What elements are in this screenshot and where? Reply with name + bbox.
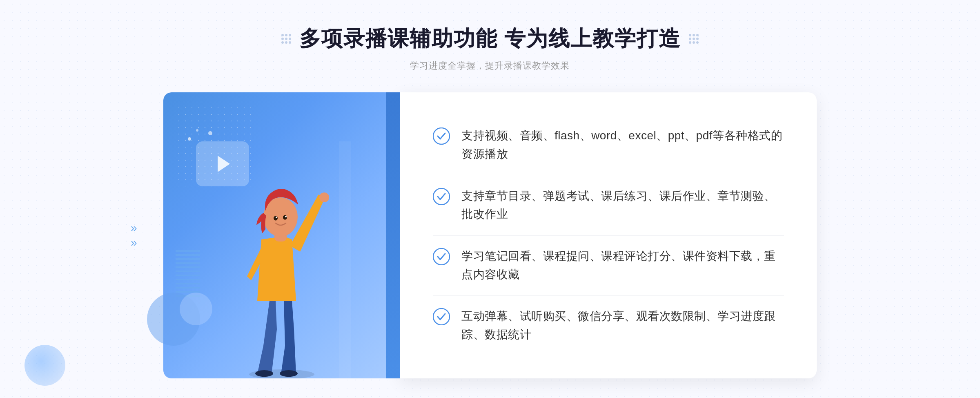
feature-text-1: 支持视频、音频、flash、word、excel、ppt、pdf等各种格式的资源… [461,127,784,163]
divider-2 [433,235,784,236]
left-arrow-decoration: » » [131,222,137,248]
page-container: 多项录播课辅助功能 专为线上教学打造 学习进度全掌握，提升录播课教学效果 » » [0,0,980,398]
deco-circle-small [180,293,212,325]
sparkle-2 [196,129,198,132]
chevron-left-icon-2: » [131,237,137,248]
svg-point-6 [283,215,287,220]
feature-item-4: 互动弹幕、试听购买、微信分享、观看次数限制、学习进度跟踪、数据统计 [433,299,784,352]
left-dot-decoration [281,34,291,44]
svg-rect-10 [339,141,351,378]
content-section: » » [163,92,817,378]
sparkle-3 [208,131,212,135]
divider-1 [433,175,784,175]
check-icon-4 [433,308,450,325]
chevron-left-icon: » [131,222,137,234]
svg-point-2 [280,370,298,377]
blue-accent-bar [386,92,400,378]
feature-item-2: 支持章节目录、弹题考试、课后练习、课后作业、章节测验、批改作业 [433,179,784,232]
svg-point-5 [274,216,278,221]
check-icon-1 [433,127,450,145]
svg-point-9 [319,192,329,202]
divider-3 [433,295,784,296]
check-icon-2 [433,188,450,205]
page-title: 多项录播课辅助功能 专为线上教学打造 [299,25,681,53]
page-subtitle: 学习进度全掌握，提升录播课教学效果 [281,60,699,72]
svg-point-14 [433,309,450,325]
svg-point-8 [285,216,287,217]
person-illustration [212,141,351,378]
check-icon-3 [433,248,450,265]
feature-item-3: 学习笔记回看、课程提问、课程评论打分、课件资料下载，重点内容收藏 [433,239,784,292]
svg-point-12 [433,188,450,205]
bottom-left-orb [24,345,65,386]
feature-text-3: 学习笔记回看、课程提问、课程评论打分、课件资料下载，重点内容收藏 [461,247,784,284]
svg-point-13 [433,248,450,265]
sparkle-1 [188,137,191,141]
svg-point-1 [255,370,273,377]
svg-point-7 [276,217,277,218]
svg-point-11 [433,128,450,144]
left-illustration-panel [163,92,400,378]
right-features-panel: 支持视频、音频、flash、word、excel、ppt、pdf等各种格式的资源… [400,92,817,378]
feature-text-2: 支持章节目录、弹题考试、课后练习、课后作业、章节测验、批改作业 [461,187,784,224]
feature-item-1: 支持视频、音频、flash、word、excel、ppt、pdf等各种格式的资源… [433,119,784,172]
right-dot-decoration [689,34,699,44]
title-row: 多项录播课辅助功能 专为线上教学打造 [281,25,699,53]
header-section: 多项录播课辅助功能 专为线上教学打造 学习进度全掌握，提升录播课教学效果 [281,25,699,72]
stripe-decoration [176,248,200,297]
feature-text-4: 互动弹幕、试听购买、微信分享、观看次数限制、学习进度跟踪、数据统计 [461,307,784,344]
